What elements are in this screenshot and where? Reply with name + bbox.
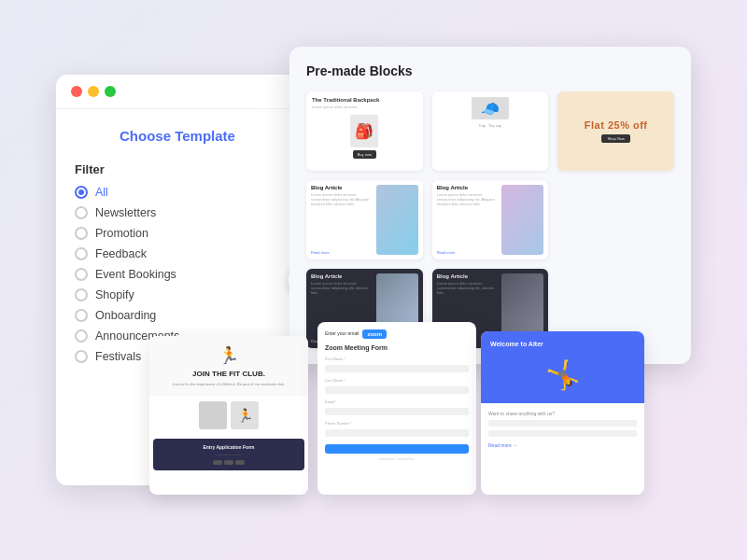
blog-2-title: Blog Article	[437, 185, 499, 190]
filter-newsletters-label: Newsletters	[95, 206, 156, 219]
zoom-input-2[interactable]	[325, 386, 469, 394]
fit-footer: Entry Application Form ─────────────	[153, 439, 304, 470]
fit-club-preview[interactable]: 🏃 JOIN THE FIT CLUB. Join us for the exp…	[149, 336, 308, 495]
empty-cell	[557, 180, 674, 259]
maximize-button[interactable]	[105, 86, 116, 97]
close-button[interactable]	[71, 86, 82, 97]
dot-1	[213, 460, 222, 465]
filter-all-label: All	[95, 186, 108, 199]
zoom-submit-button[interactable]	[325, 444, 469, 454]
block-cap[interactable]: 🧢 Cap Top cap	[432, 91, 549, 171]
filter-event-bookings[interactable]: Event Bookings	[75, 268, 280, 281]
zoom-field-label-4: Phone Number *	[325, 421, 469, 426]
blog-2-image	[501, 185, 543, 255]
fit-img-2: 🏃	[231, 401, 259, 429]
zoom-form-content: Enter your email zoom Zoom Meeting Form …	[317, 322, 476, 495]
alter-mascot-icon: 🤸	[537, 355, 588, 394]
filter-feedback-label: Feedback	[95, 247, 147, 260]
promo-text: Flat 25% off	[585, 119, 648, 131]
runner-icon: 🏃	[218, 345, 239, 366]
fit-form-fields: ─────────────	[159, 453, 299, 456]
fit-club-header: 🏃 JOIN THE FIT CLUB. Join us for the exp…	[149, 336, 308, 396]
zoom-logo-icon: zoom	[362, 329, 387, 339]
minimize-button[interactable]	[88, 86, 99, 97]
cap-labels: Cap Top cap	[479, 123, 502, 128]
fit-club-content: 🏃 JOIN THE FIT CLUB. Join us for the exp…	[149, 336, 308, 495]
alter-preview[interactable]: Welcome to Alter 🤸 Want to share anythin…	[481, 331, 644, 495]
filter-feedback[interactable]: Feedback	[75, 247, 280, 260]
blog-1-image	[376, 185, 418, 255]
blog-dark-2-title: Blog Article	[437, 273, 499, 279]
zoom-header: Enter your email zoom	[325, 329, 469, 339]
zoom-field-label-2: Last Name *	[325, 378, 469, 383]
radio-promotion	[75, 227, 88, 240]
alter-title: Welcome to Alter	[490, 341, 635, 347]
dot-2	[224, 460, 233, 465]
filter-event-bookings-label: Event Bookings	[95, 268, 176, 281]
alter-input-2[interactable]	[488, 430, 637, 437]
blog-2-read-more[interactable]: Read more	[437, 250, 499, 255]
alter-cta[interactable]: Read more →	[488, 442, 637, 448]
zoom-email-hint: Enter your email	[325, 330, 359, 336]
blog-1-body: Lorem ipsum dolor sit amet, consectetur …	[311, 192, 373, 248]
zoom-field-label-3: Email *	[325, 399, 469, 404]
block-blog-2[interactable]: Blog Article Lorem ipsum dolor sit amet,…	[432, 180, 549, 259]
block-blog-1[interactable]: Blog Article Lorem ipsum dolor sit amet,…	[306, 180, 423, 259]
alter-header: Welcome to Alter 🤸	[481, 331, 644, 403]
right-panel-title: Pre-made Blocks	[306, 63, 674, 78]
zoom-field-label-1: First Name *	[325, 357, 469, 361]
radio-shopify	[75, 288, 88, 301]
radio-announcements	[75, 329, 88, 343]
backpack-subtitle: Lorem ipsum dolor sit amet	[312, 105, 417, 109]
block-backpack[interactable]: The Traditional Backpack Lorem ipsum dol…	[306, 91, 423, 171]
blog-2-text: Blog Article Lorem ipsum dolor sit amet,…	[437, 185, 499, 255]
alter-body: Want to share anything with us? Read mor…	[481, 403, 644, 455]
zoom-input-3[interactable]	[325, 408, 469, 415]
titlebar	[56, 75, 299, 109]
alter-question: Want to share anything with us?	[488, 411, 637, 416]
filter-shopify-label: Shopify	[95, 288, 134, 301]
filter-festivals-label: Festivals	[95, 350, 141, 363]
filter-all[interactable]: All	[75, 186, 280, 199]
alter-content: Welcome to Alter 🤸 Want to share anythin…	[481, 331, 644, 495]
fit-footer-title: Entry Application Form	[159, 444, 299, 450]
cap-image: 🧢	[472, 97, 509, 119]
radio-event-bookings	[75, 268, 88, 281]
radio-festivals	[75, 350, 88, 363]
blog-1-title: Blog Article	[311, 185, 373, 190]
radio-onboarding	[75, 309, 88, 322]
filter-onboarding-label: Onboarding	[95, 309, 156, 322]
fit-images: 🏃	[149, 396, 308, 435]
shop-button[interactable]: Shop Now	[601, 134, 629, 143]
blog-dark-1-title: Blog Article	[311, 273, 373, 279]
right-panel: Pre-made Blocks The Traditional Backpack…	[289, 47, 691, 364]
zoom-bottom-text: Unsubscribe Privacy Policy	[325, 457, 469, 461]
filter-newsletters[interactable]: Newsletters	[75, 206, 280, 219]
fit-footer-dots	[159, 460, 299, 465]
backpack-title: The Traditional Backpack	[312, 97, 417, 103]
zoom-input-4[interactable]	[325, 429, 469, 437]
dot-3	[235, 460, 245, 465]
alter-input-1[interactable]	[488, 420, 637, 427]
zoom-input-1[interactable]	[325, 365, 469, 372]
buy-now-button[interactable]: Buy now	[353, 150, 376, 159]
filter-onboarding[interactable]: Onboarding	[75, 309, 280, 322]
radio-newsletters	[75, 206, 88, 219]
radio-all	[75, 186, 88, 199]
backpack-image: 🎒	[350, 115, 378, 147]
fit-img-1	[199, 401, 227, 429]
filter-shopify[interactable]: Shopify	[75, 288, 280, 301]
blocks-grid: The Traditional Backpack Lorem ipsum dol…	[306, 91, 674, 348]
filter-promotion-label: Promotion	[95, 227, 148, 240]
blog-1-read-more[interactable]: Read more	[311, 250, 373, 255]
alter-figure-area: 🤸	[490, 355, 635, 394]
radio-feedback	[75, 247, 88, 260]
block-promo[interactable]: Flat 25% off Shop Now	[557, 91, 674, 171]
panel-title: Choose Template	[75, 128, 280, 144]
filter-promotion[interactable]: Promotion	[75, 227, 280, 240]
zoom-preview[interactable]: Enter your email zoom Zoom Meeting Form …	[317, 322, 476, 495]
zoom-form-title: Zoom Meeting Form	[325, 344, 469, 351]
filter-label: Filter	[75, 162, 280, 176]
fit-club-title: JOIN THE FIT CLUB.	[192, 370, 265, 378]
blog-2-body: Lorem ipsum dolor sit amet, consectetur …	[437, 192, 499, 248]
